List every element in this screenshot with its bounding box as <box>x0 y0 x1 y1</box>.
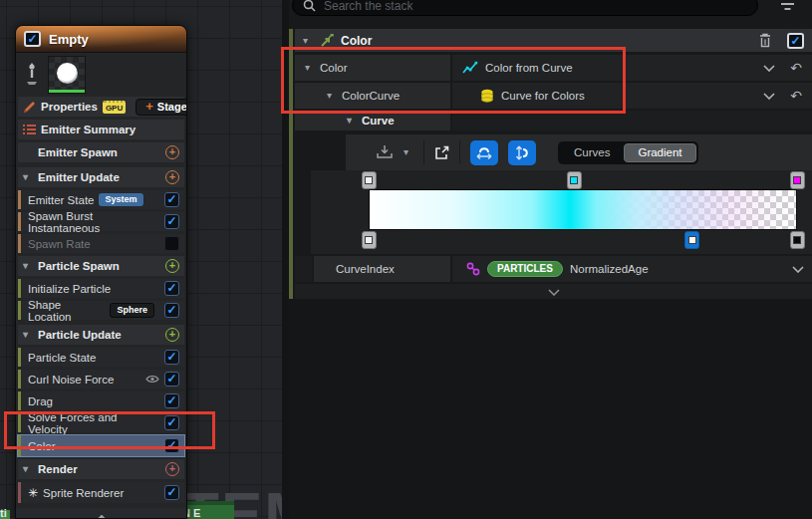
add-module-button[interactable]: + <box>165 259 179 273</box>
filter-icon[interactable] <box>781 3 794 11</box>
reset-icon[interactable]: ↶ <box>790 61 802 75</box>
emitter-figure-icon <box>25 62 39 88</box>
expand-arrow-icon[interactable]: ▾ <box>303 36 313 46</box>
group-color-strip <box>18 370 21 389</box>
group-color-strip <box>18 482 21 503</box>
stack-group-emitter-update[interactable]: ▾ Emitter Update + <box>18 167 184 187</box>
module-enabled-checkbox[interactable]: ✓ <box>164 485 179 500</box>
gradient-color-stop[interactable] <box>567 171 582 189</box>
group-color-strip <box>18 391 21 410</box>
section-label: Emitter Summary <box>41 124 135 135</box>
template-icon[interactable] <box>376 144 394 160</box>
add-module-button[interactable]: + <box>165 328 179 342</box>
module-enabled-checkbox[interactable]: ✓ <box>164 303 179 318</box>
external-link-icon[interactable] <box>434 145 449 160</box>
stack-module-curl-noise-force[interactable]: Curl Noise Force ✓ <box>18 370 184 389</box>
stack-module-shape-location[interactable]: Shape Location Sphere ✓ <box>18 301 184 320</box>
fit-horizontal-button[interactable] <box>470 140 498 165</box>
expand-arrow-icon[interactable]: ▾ <box>23 330 33 340</box>
expand-arrow-icon[interactable]: ▾ <box>23 464 33 474</box>
stack-row-emitter-summary[interactable]: Emitter Summary <box>18 120 184 139</box>
template-dropdown-arrow[interactable]: ▾ <box>404 147 413 157</box>
stack-module-drag[interactable]: Drag ✓ <box>18 391 184 410</box>
chevron-down-icon[interactable] <box>763 93 775 100</box>
tab-gradient[interactable]: Gradient <box>624 143 695 162</box>
module-enabled-checkbox[interactable]: ✓ <box>164 281 179 296</box>
indent-gutter <box>295 256 312 282</box>
group-label: Render <box>38 463 78 475</box>
stop-color-swatch <box>688 236 696 244</box>
module-disabled-checkbox[interactable] <box>164 236 179 251</box>
annotation-rectangle-color-rows <box>281 47 626 114</box>
stack-group-emitter-spawn[interactable]: Emitter Spawn + <box>18 142 184 162</box>
module-enabled-checkbox[interactable]: ✓ <box>164 214 179 229</box>
reset-icon[interactable]: ↶ <box>790 89 802 103</box>
add-stage-button[interactable]: + Stage <box>135 99 187 116</box>
module-arrow-icon <box>320 34 334 47</box>
delete-icon[interactable] <box>758 33 772 48</box>
stage-button-label: Stage <box>157 101 187 113</box>
emitter-enabled-checkbox[interactable]: ✓ <box>24 31 41 47</box>
module-enabled-checkbox[interactable]: ✓ <box>164 372 179 387</box>
stack-module-initialize-particle[interactable]: Initialize Particle ✓ <box>18 279 184 298</box>
module-label: Drag <box>28 395 53 407</box>
module-enabled-checkbox[interactable]: ✓ <box>164 192 179 207</box>
property-row-curveindex[interactable]: CurveIndex PARTICLES NormalizedAge <box>295 256 812 282</box>
group-color-strip <box>18 348 21 367</box>
expand-arrow-icon[interactable]: ▾ <box>23 261 33 271</box>
add-renderer-button[interactable]: + <box>165 462 179 476</box>
tab-curves[interactable]: Curves <box>560 143 624 162</box>
add-module-button[interactable]: + <box>165 170 179 184</box>
properties-label: Properties <box>41 101 98 113</box>
gradient-alpha-stop[interactable] <box>362 231 377 249</box>
search-input[interactable] <box>322 0 747 14</box>
stack-search-row <box>289 0 812 24</box>
material-thumbnail[interactable] <box>48 56 86 94</box>
group-label: Emitter Update <box>38 171 120 183</box>
search-box[interactable] <box>292 0 758 16</box>
module-label: Initialize Particle <box>28 283 111 295</box>
properties-icon <box>23 101 36 114</box>
panel-empty-area <box>289 299 812 519</box>
stack-module-spawn-rate[interactable]: Spawn Rate <box>18 234 184 253</box>
module-label: Particle State <box>28 352 96 364</box>
stack-module-particle-state[interactable]: Particle State ✓ <box>18 348 184 367</box>
node-collapse-footer[interactable] <box>16 508 186 519</box>
stack-group-particle-update[interactable]: ▾ Particle Update + <box>18 325 184 345</box>
stack-row-properties[interactable]: Properties GPU + Stage <box>18 97 184 117</box>
stack-entry-expander[interactable] <box>295 284 812 300</box>
chevron-down-icon[interactable] <box>763 65 775 72</box>
module-enabled-checkbox[interactable]: ✓ <box>164 350 179 365</box>
stack-group-particle-spawn[interactable]: ▾ Particle Spawn + <box>18 256 184 276</box>
add-module-button[interactable]: + <box>165 145 179 159</box>
gradient-bar[interactable] <box>369 189 797 230</box>
group-label: Particle Spawn <box>38 260 120 272</box>
curve-editor-toolbar: ▾ Curves Gradient <box>346 134 812 170</box>
group-color-strip <box>18 279 21 298</box>
module-enabled-checkbox[interactable]: ✓ <box>164 393 179 408</box>
chevron-down-icon[interactable] <box>792 266 804 273</box>
gradient-alpha-stop-rail <box>369 230 797 249</box>
gradient-color-stop[interactable] <box>790 171 805 189</box>
module-label: Curl Noise Force <box>28 374 114 386</box>
niagara-editor: { "icons": { "triangle_down": "▾", "plus… <box>0 0 812 519</box>
stack-module-emitter-state[interactable]: Emitter State System ✓ <box>18 190 184 209</box>
visibility-icon[interactable] <box>145 375 159 384</box>
stack-module-sprite-renderer[interactable]: ✳ Sprite Renderer ✓ <box>18 482 184 503</box>
group-color-strip <box>18 301 21 320</box>
gradient-alpha-stop[interactable] <box>790 231 805 249</box>
stack-entry-enabled-checkbox[interactable]: ✓ <box>787 33 804 49</box>
stack-module-spawn-burst[interactable]: Spawn Burst Instantaneous ✓ <box>18 212 184 231</box>
gradient-color-stop[interactable] <box>362 171 377 189</box>
stack-entry-title: Color <box>341 34 372 48</box>
linked-input-icon <box>466 262 480 276</box>
expand-arrow-icon[interactable]: ▾ <box>23 172 33 182</box>
gradient-alpha-stop[interactable] <box>684 231 699 249</box>
gpu-badge: GPU <box>103 101 126 114</box>
stack-group-render[interactable]: ▾ Render + <box>18 459 184 479</box>
emitter-node-header[interactable]: ✓ Empty <box>16 26 186 53</box>
expand-arrow-icon[interactable]: ▾ <box>347 116 357 126</box>
annotation-rectangle-color-module <box>4 411 215 449</box>
fit-vertical-button[interactable] <box>508 140 536 165</box>
property-row-curve[interactable]: ▾ Curve <box>295 111 812 130</box>
